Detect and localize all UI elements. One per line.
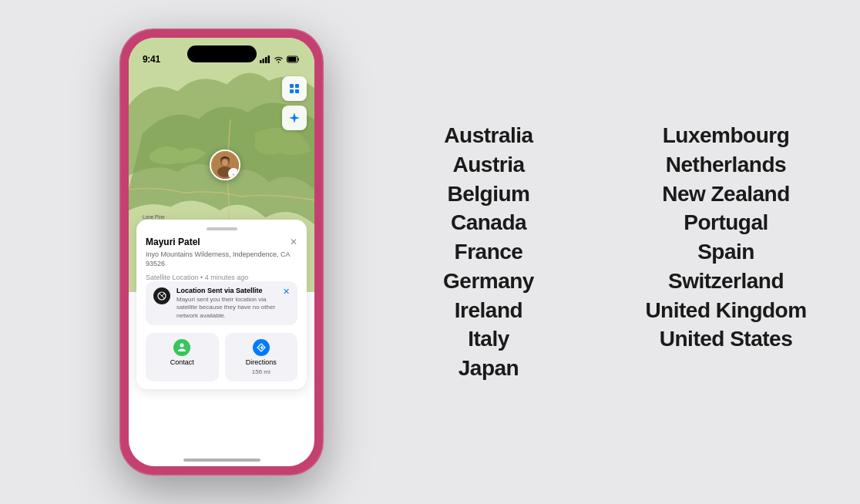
country-item: Switzerland bbox=[668, 267, 784, 296]
country-list: AustraliaAustriaBelgiumCanadaFranceGerma… bbox=[354, 121, 860, 383]
directions-distance: 156 mi bbox=[252, 368, 270, 375]
location-card: Mayuri Patel ✕ Inyo Mountains Wilderness… bbox=[136, 220, 307, 389]
svg-point-16 bbox=[222, 160, 228, 166]
svg-rect-6 bbox=[288, 57, 297, 62]
svg-rect-10 bbox=[295, 84, 299, 88]
svg-rect-0 bbox=[260, 60, 262, 63]
country-item: Austria bbox=[453, 150, 525, 180]
card-actions: Contact Directions 156 mi bbox=[146, 333, 297, 381]
svg-text:·Lone Pine: ·Lone Pine bbox=[141, 214, 165, 220]
country-item: United Kingdom bbox=[645, 296, 806, 325]
svg-rect-12 bbox=[295, 89, 299, 93]
directions-icon bbox=[253, 339, 270, 356]
contact-address: Inyo Mountains Wilderness, Independence,… bbox=[146, 250, 297, 268]
country-column-left: AustraliaAustriaBelgiumCanadaFranceGerma… bbox=[370, 121, 607, 383]
country-item: Spain bbox=[697, 237, 754, 267]
contact-name: Mayuri Patel bbox=[146, 237, 200, 247]
country-item: Japan bbox=[459, 354, 519, 383]
wifi-icon bbox=[274, 55, 284, 63]
phone-mockup: 9:41 bbox=[119, 29, 324, 475]
phone-screen: 9:41 bbox=[129, 38, 314, 466]
country-item: France bbox=[455, 237, 523, 267]
card-header: Mayuri Patel ✕ bbox=[146, 237, 297, 247]
satellite-title: Location Sent via Satellite bbox=[176, 287, 277, 294]
signal-icon bbox=[260, 55, 270, 63]
status-icons bbox=[260, 55, 301, 63]
avatar-badge: + bbox=[228, 168, 239, 179]
country-item: Australia bbox=[444, 121, 532, 150]
map-avatar: + bbox=[210, 150, 240, 180]
map-layers-button[interactable] bbox=[282, 76, 307, 101]
country-item: Portugal bbox=[684, 208, 768, 237]
satellite-notice: Location Sent via Satellite Mayuri sent … bbox=[146, 281, 297, 325]
country-item: Ireland bbox=[455, 296, 522, 325]
country-item: Canada bbox=[451, 208, 526, 237]
country-item: New Zealand bbox=[662, 180, 790, 209]
map-location-button[interactable] bbox=[282, 106, 307, 130]
contact-icon bbox=[173, 339, 190, 356]
country-item: Italy bbox=[468, 324, 509, 354]
country-item: Netherlands bbox=[666, 150, 786, 180]
country-item: Belgium bbox=[448, 180, 530, 209]
svg-rect-3 bbox=[268, 55, 270, 63]
status-time: 9:41 bbox=[143, 54, 160, 65]
svg-rect-2 bbox=[265, 57, 267, 63]
satellite-text: Location Sent via Satellite Mayuri sent … bbox=[176, 287, 277, 320]
country-column-right: LuxembourgNetherlandsNew ZealandPortugal… bbox=[607, 121, 845, 383]
dynamic-island bbox=[187, 45, 257, 62]
svg-rect-9 bbox=[290, 84, 294, 88]
map-controls bbox=[282, 76, 307, 130]
country-item: Germany bbox=[443, 267, 534, 296]
country-item: Luxembourg bbox=[663, 121, 790, 150]
battery-icon bbox=[287, 55, 301, 63]
svg-rect-1 bbox=[263, 59, 265, 63]
contact-action-button[interactable]: Contact bbox=[146, 333, 219, 381]
country-item: United States bbox=[660, 324, 792, 354]
svg-point-4 bbox=[278, 62, 280, 63]
svg-text:+: + bbox=[232, 172, 235, 176]
directions-action-button[interactable]: Directions 156 mi bbox=[225, 333, 298, 381]
svg-point-20 bbox=[180, 344, 184, 348]
satellite-close-button[interactable]: ✕ bbox=[283, 287, 290, 297]
location-time: Satellite Location • 4 minutes ago bbox=[146, 274, 297, 281]
contact-action-label: Contact bbox=[170, 358, 194, 366]
directions-action-label: Directions bbox=[246, 358, 277, 366]
card-handle bbox=[207, 227, 237, 230]
home-indicator bbox=[183, 459, 260, 462]
satellite-desc: Mayuri sent you their location via satel… bbox=[176, 296, 277, 320]
close-button[interactable]: ✕ bbox=[290, 237, 297, 247]
satellite-icon bbox=[153, 287, 170, 304]
svg-rect-11 bbox=[290, 89, 294, 93]
phone-body: 9:41 bbox=[119, 29, 324, 475]
